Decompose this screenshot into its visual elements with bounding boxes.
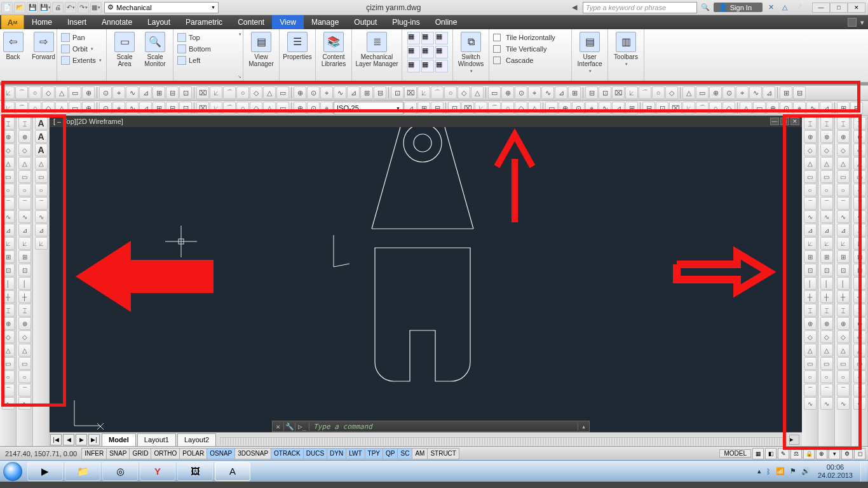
toolbar-icon[interactable]: ∿ (820, 397, 833, 410)
toolbar-icon[interactable]: ⊟ (166, 102, 179, 114)
status-icon[interactable]: ✎ (778, 448, 789, 459)
tab-insert[interactable]: Insert (60, 15, 94, 29)
task-autocad[interactable]: A (215, 462, 250, 481)
toolbar-icon[interactable]: ◇ (2, 144, 15, 156)
toolbar-icon[interactable]: ∿ (18, 210, 31, 223)
palette-icon[interactable]: ▦ (435, 32, 448, 44)
toolbar-icon[interactable]: ⊡ (391, 86, 403, 99)
qat-undo-icon[interactable]: ↶ (65, 2, 76, 13)
chevron-down-icon[interactable]: ▾ (860, 18, 864, 27)
toolbar-icon[interactable]: ⌖ (320, 102, 333, 114)
toolbar-icon[interactable]: ⊕ (766, 102, 779, 114)
viewport-max-icon[interactable]: □ (780, 118, 789, 125)
toolbar-icon[interactable]: ⌒ (820, 384, 833, 396)
task-pictures[interactable]: 🖼 (177, 462, 213, 481)
palette-icon[interactable]: ▦ (435, 60, 448, 72)
model-paper-toggle[interactable]: MODEL (719, 449, 751, 458)
toolbar-icon[interactable]: ⊞ (153, 102, 165, 114)
toolbar-icon[interactable]: ⟀ (682, 102, 695, 114)
toolbar-icon[interactable]: ○ (2, 184, 15, 196)
switch-windows-button[interactable]: ⧉Switch Windows▾ (457, 32, 485, 74)
toolbar-icon[interactable]: ∿ (806, 102, 819, 114)
status-toggle-snap[interactable]: SNAP (106, 448, 130, 459)
toolbar-icon[interactable]: ▭ (837, 170, 850, 183)
toolbar-icon[interactable]: ⊞ (804, 250, 817, 263)
status-icon[interactable]: ▾ (829, 448, 840, 459)
toolbar-icon[interactable]: ⟀ (2, 86, 15, 99)
toolbar-icon[interactable]: ⌧ (669, 102, 682, 114)
tray-clock[interactable]: 00:0624.02.2013 (815, 463, 855, 478)
toolbar-icon[interactable]: ▭ (753, 102, 766, 114)
status-toggle-am[interactable]: AM (412, 448, 428, 459)
toolbar-icon[interactable]: ▭ (837, 357, 850, 370)
toolbar-icon[interactable]: ▭ (545, 102, 558, 114)
toolbar-icon[interactable]: ⌒ (35, 197, 48, 210)
toolbar-icon[interactable]: A (35, 144, 48, 156)
layout-last-icon[interactable]: ▶| (88, 434, 100, 445)
toolbar-icon[interactable]: ○ (853, 184, 866, 196)
toolbar-icon[interactable]: ∿ (853, 397, 866, 410)
toolbar-icon[interactable]: ⊡ (656, 102, 668, 114)
help-search-input[interactable]: Type a keyword or phrase (583, 2, 697, 13)
toolbar-icon[interactable]: ○ (820, 184, 833, 196)
toolbar-icon[interactable]: ⌶ (853, 117, 866, 130)
toolbar-icon[interactable]: ⊙ (572, 102, 585, 114)
toolbar-icon[interactable]: ⊙ (99, 102, 112, 114)
palette-icon[interactable]: ▦ (421, 60, 434, 72)
toolbar-icon[interactable]: ▭ (2, 357, 15, 370)
toolbar-icon[interactable]: △ (18, 157, 31, 170)
toolbar-icon[interactable]: ⊡ (448, 102, 461, 114)
close-icon[interactable]: ✕ (273, 423, 284, 431)
start-button[interactable] (0, 462, 25, 481)
palette-icon[interactable]: ▦ (407, 46, 420, 58)
task-mediaplayer[interactable]: ▶ (27, 462, 63, 481)
toolbar-icon[interactable]: ◇ (18, 330, 31, 343)
toolbar-icon[interactable]: ⊟ (642, 102, 655, 114)
view-top-button[interactable]: Top (177, 32, 200, 43)
wrench-icon[interactable]: 🔧 (284, 423, 295, 431)
toolbar-icon[interactable]: ⊡ (179, 86, 192, 99)
toolbar-icon[interactable]: ⊞ (417, 102, 430, 114)
toolbar-icon[interactable]: ⌶ (18, 304, 31, 316)
toolbar-icon[interactable]: ⊕ (559, 102, 571, 114)
toolbar-icon[interactable]: ⊿ (820, 224, 833, 236)
toolbar-icon[interactable]: ⊟ (431, 102, 444, 114)
toolbar-icon[interactable]: ▭ (804, 170, 817, 183)
toolbar-icon[interactable]: ⌒ (2, 197, 15, 210)
qat-save-icon[interactable]: 💾 (27, 2, 38, 13)
toolbar-icon[interactable]: ▭ (488, 86, 501, 99)
toolbar-icon[interactable]: ⌖ (736, 86, 749, 99)
tab-home[interactable]: Home (24, 15, 60, 29)
layout-tab-layout2[interactable]: Layout2 (177, 433, 216, 446)
toolbar-icon[interactable]: ⌖ (112, 102, 125, 114)
toolbar-icon[interactable]: ⌖ (528, 86, 541, 99)
toolbar-icon[interactable]: ⌶ (853, 304, 866, 316)
maximize-button[interactable]: □ (830, 3, 848, 13)
app-menu-button[interactable]: AM (1, 15, 24, 29)
toolbar-icon[interactable]: ⌖ (320, 86, 333, 99)
toolbar-icon[interactable]: ⊟ (166, 86, 179, 99)
tray-chevron-icon[interactable]: ▴ (757, 467, 761, 475)
toolbar-icon[interactable]: ○ (804, 184, 817, 196)
status-toggle-ortho[interactable]: ORTHO (151, 448, 180, 459)
toolbar-icon[interactable]: ◇ (665, 86, 678, 99)
toolbar-icon[interactable]: ∿ (2, 397, 15, 410)
toolbar-icon[interactable]: ⌶ (837, 304, 850, 316)
layout-tab-model[interactable]: Model (102, 433, 136, 446)
toolbar-icon[interactable]: ⟀ (35, 237, 48, 250)
toolbar-icon[interactable]: △ (837, 157, 850, 170)
viewport-min-icon[interactable]: — (770, 118, 779, 125)
toolbar-icon[interactable]: ⌶ (18, 117, 31, 130)
user-interface-button[interactable]: ▤User Interface▾ (576, 32, 604, 74)
toolbar-icon[interactable]: ⟀ (625, 86, 638, 99)
toolbar-icon[interactable]: ○ (35, 184, 48, 196)
tray-flag-icon[interactable]: ⚑ (790, 467, 796, 475)
dimstyle-combo[interactable]: ISO-25▼ (334, 102, 403, 114)
toolbar-icon[interactable]: ◇ (820, 144, 833, 156)
toolbar-icon[interactable]: △ (2, 157, 15, 170)
toolbar-icon[interactable]: ⊞ (837, 102, 850, 114)
toolbar-icon[interactable]: ⊕ (837, 130, 850, 143)
toolbar-icon[interactable]: ⟀ (18, 237, 31, 250)
toolbar-icon[interactable]: ○ (236, 86, 249, 99)
toolbar-icon[interactable]: △ (740, 102, 752, 114)
